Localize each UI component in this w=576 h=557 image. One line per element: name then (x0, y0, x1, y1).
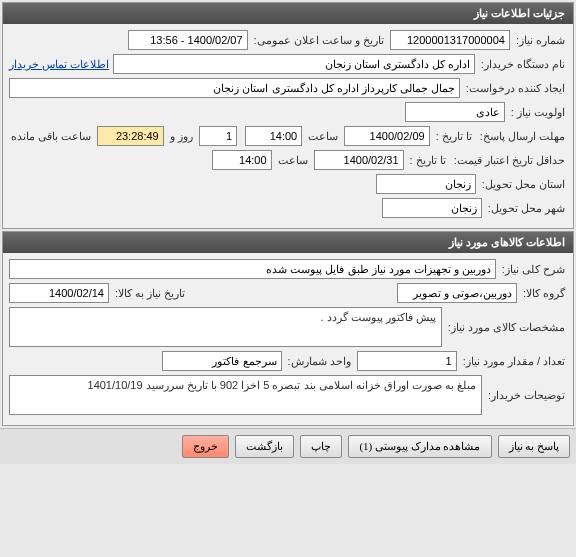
days-remaining-value: 1 (199, 126, 237, 146)
respond-button[interactable]: پاسخ به نیاز (498, 435, 571, 458)
priority-value: عادی (405, 102, 505, 122)
buyer-notes-value: مبلغ به صورت اوراق خزانه اسلامی بند تبصر… (9, 375, 482, 415)
need-details-body: شماره نیاز: 1200001317000004 تاریخ و ساع… (3, 24, 573, 228)
deadline-time-value: 14:00 (245, 126, 302, 146)
delivery-province-label: استان محل تحویل: (480, 178, 567, 191)
need-date-to-label: تاریخ نیاز به کالا: (113, 287, 187, 300)
need-details-header: جزئیات اطلاعات نیاز (3, 3, 573, 24)
need-date-to-value: 1400/02/14 (9, 283, 109, 303)
min-credit-label: حداقل تاریخ اعتبار قیمت: (452, 154, 567, 167)
unit-value: سرجمع فاکتور (162, 351, 282, 371)
qty-value: 1 (357, 351, 457, 371)
qty-label: تعداد / مقدار مورد نیاز: (461, 355, 567, 368)
general-desc-value: دوربین و تجهیزات مورد نیاز طبق فایل پیوس… (9, 259, 496, 279)
delivery-city-value: زنجان (382, 198, 482, 218)
need-number-label: شماره نیاز: (514, 34, 567, 47)
general-desc-label: شرح کلی نیاز: (500, 263, 567, 276)
buyer-org-value: اداره کل دادگستری استان زنجان (113, 54, 475, 74)
credit-time-value: 14:00 (212, 150, 272, 170)
attachments-button[interactable]: مشاهده مدارک پیوستی (1) (348, 435, 491, 458)
goods-info-panel: اطلاعات کالاهای مورد نیاز شرح کلی نیاز: … (2, 231, 574, 426)
time-remaining-value: 23:28:49 (97, 126, 164, 146)
unit-label: واحد شمارش: (286, 355, 353, 368)
days-label: روز و (168, 130, 195, 143)
back-button[interactable]: بازگشت (235, 435, 294, 458)
action-button-row: پاسخ به نیاز مشاهده مدارک پیوستی (1) چاپ… (0, 428, 576, 464)
exit-button[interactable]: خروج (182, 435, 229, 458)
need-number-value: 1200001317000004 (390, 30, 510, 50)
buyer-contact-link[interactable]: اطلاعات تماس خریدار (9, 58, 109, 71)
requester-value: جمال جمالی کارپرداز اداره کل دادگستری اس… (9, 78, 460, 98)
delivery-province-value: زنجان (376, 174, 476, 194)
credit-to-label: تا تاریخ : (408, 154, 448, 167)
buyer-notes-label: توضیحات خریدار: (486, 389, 567, 402)
print-button[interactable]: چاپ (300, 435, 342, 458)
priority-label: اولویت نیاز : (509, 106, 567, 119)
time-label-1: ساعت (306, 130, 340, 143)
buyer-org-label: نام دستگاه خریدار: (479, 58, 567, 71)
requester-label: ایجاد کننده درخواست: (464, 82, 567, 95)
goods-group-value: دوربین،صوتی و تصویر (397, 283, 517, 303)
goods-info-header: اطلاعات کالاهای مورد نیاز (3, 232, 573, 253)
to-date-label: تا تاریخ : (434, 130, 474, 143)
response-deadline-label: مهلت ارسال پاسخ: (478, 130, 567, 143)
announce-date-value: 1400/02/07 - 13:56 (128, 30, 248, 50)
delivery-city-label: شهر محل تحویل: (486, 202, 567, 215)
announce-date-label: تاریخ و ساعت اعلان عمومی: (252, 34, 386, 47)
goods-group-label: گروه کالا: (521, 287, 567, 300)
deadline-date-value: 1400/02/09 (344, 126, 429, 146)
goods-info-body: شرح کلی نیاز: دوربین و تجهیزات مورد نیاز… (3, 253, 573, 425)
time-label-2: ساعت (276, 154, 310, 167)
goods-spec-label: مشخصات کالای مورد نیاز: (446, 321, 567, 334)
goods-spec-value: پیش فاکتور پیوست گردد . (9, 307, 442, 347)
credit-date-value: 1400/02/31 (314, 150, 404, 170)
remaining-suffix-label: ساعت باقی مانده (9, 130, 93, 143)
need-details-panel: جزئیات اطلاعات نیاز شماره نیاز: 12000013… (2, 2, 574, 229)
